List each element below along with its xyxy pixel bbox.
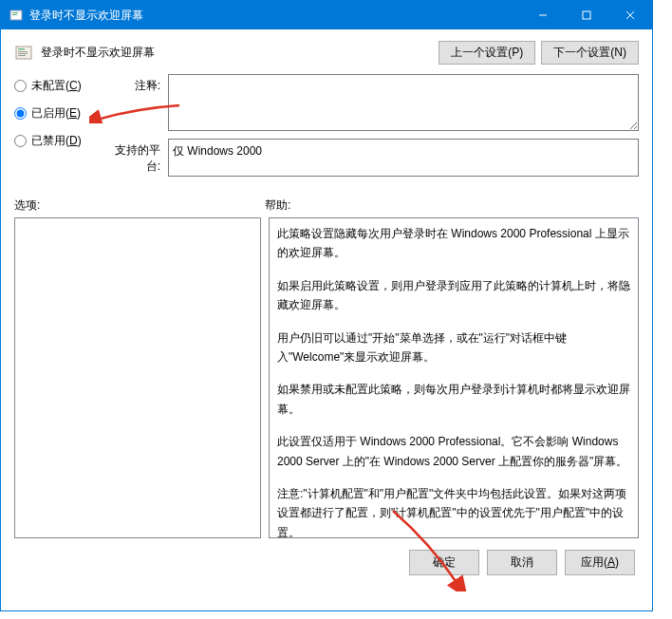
radio-not-configured[interactable]: 未配置(C): [14, 78, 100, 94]
svg-rect-8: [18, 48, 25, 50]
minimize-button[interactable]: [521, 1, 565, 29]
svg-rect-10: [18, 53, 28, 54]
prev-setting-button[interactable]: 上一个设置(P): [439, 41, 535, 65]
radio-disabled[interactable]: 已禁用(D): [14, 133, 100, 149]
maximize-button[interactable]: [565, 1, 608, 29]
help-text: 注意:"计算机配置"和"用户配置"文件夹中均包括此设置。如果对这两项设置都进行了…: [277, 484, 630, 538]
policy-icon: [9, 8, 24, 23]
options-panel: [14, 217, 261, 538]
policy-title: 登录时不显示欢迎屏幕: [41, 45, 439, 61]
platform-label: 支持的平台:: [111, 139, 168, 177]
radio-not-configured-input[interactable]: [14, 80, 27, 92]
close-button[interactable]: [608, 1, 652, 29]
window-title: 登录时不显示欢迎屏幕: [29, 8, 521, 24]
platform-box: 仅 Windows 2000: [168, 139, 639, 177]
svg-rect-4: [583, 11, 590, 19]
comment-label: 注释:: [111, 74, 168, 131]
radio-enabled[interactable]: 已启用(E): [14, 105, 100, 122]
help-text: 此策略设置隐藏每次用户登录时在 Windows 2000 Professiona…: [277, 224, 630, 263]
help-text: 用户仍旧可以通过"开始"菜单选择，或在"运行"对话框中键入"Welcome"来显…: [277, 328, 630, 367]
help-text: 如果禁用或未配置此策略，则每次用户登录到计算机时都将显示欢迎屏幕。: [277, 380, 630, 419]
options-label: 选项:: [14, 197, 265, 214]
svg-rect-9: [18, 51, 28, 52]
help-label: 帮助:: [265, 197, 290, 214]
policy-icon: [14, 44, 33, 63]
help-text: 如果启用此策略设置，则用户登录到应用了此策略的计算机上时，将隐藏欢迎屏幕。: [277, 276, 630, 315]
comment-textarea[interactable]: [168, 74, 639, 131]
help-panel[interactable]: 此策略设置隐藏每次用户登录时在 Windows 2000 Professiona…: [269, 217, 639, 538]
titlebar: 登录时不显示欢迎屏幕: [1, 1, 652, 29]
radio-disabled-input[interactable]: [14, 135, 27, 147]
svg-rect-7: [16, 47, 31, 59]
help-text: 此设置仅适用于 Windows 2000 Professional。它不会影响 …: [277, 432, 630, 471]
ok-button[interactable]: 确定: [409, 550, 479, 575]
next-setting-button[interactable]: 下一个设置(N): [541, 41, 639, 65]
svg-rect-2: [12, 14, 17, 15]
apply-button[interactable]: 应用(A): [565, 550, 635, 575]
radio-enabled-input[interactable]: [14, 107, 27, 120]
svg-rect-1: [12, 12, 18, 13]
cancel-button[interactable]: 取消: [487, 550, 557, 575]
svg-rect-11: [18, 55, 26, 56]
